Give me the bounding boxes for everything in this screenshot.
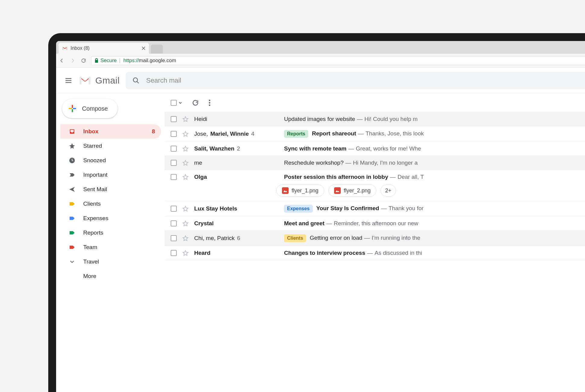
inbox-icon [69, 128, 75, 135]
more-icon[interactable] [209, 100, 210, 106]
nav-count: 8 [152, 128, 155, 135]
nav-travel[interactable]: Travel [60, 254, 161, 269]
nav-more[interactable]: More [60, 269, 161, 283]
nav-label-clients[interactable]: Clients [60, 197, 161, 211]
row-star-icon[interactable] [182, 145, 189, 152]
row-checkbox[interactable] [171, 131, 177, 137]
nav-snoozed[interactable]: Snoozed [60, 153, 161, 168]
search-input[interactable] [146, 77, 582, 84]
row-star-icon[interactable] [182, 131, 189, 137]
image-icon [282, 187, 289, 194]
forward-icon [70, 58, 75, 63]
svg-rect-1 [72, 105, 73, 108]
chevron-down-icon [179, 101, 182, 105]
row-subject: Changes to interview process—As discusse… [284, 250, 585, 256]
nav-important[interactable]: Important [60, 168, 161, 182]
row-star-icon[interactable] [182, 220, 189, 227]
mail-row[interactable]: Chi, me, Patrick6ClientsGetting error on… [165, 231, 585, 246]
select-all-checkbox[interactable] [171, 100, 182, 106]
tab-close-icon[interactable] [142, 46, 145, 50]
svg-point-0 [133, 78, 138, 82]
row-sender: Olga [194, 174, 279, 180]
mail-pane: HeidiUpdated images for website—Hi! Coul… [165, 93, 585, 392]
refresh-icon[interactable] [192, 99, 199, 106]
url-scheme: https:// [123, 58, 139, 63]
attachment-chip[interactable]: flyer_1.png [276, 185, 324, 197]
device-bezel: Inbox (8) [48, 33, 585, 392]
mail-row[interactable]: Lux Stay HotelsExpensesYour Stay Is Conf… [165, 201, 585, 217]
row-subject: ExpensesYour Stay Is Confirmed—Thank you… [284, 205, 585, 213]
row-checkbox[interactable] [171, 250, 177, 256]
row-subject: ReportsReport shareout—Thanks, Jose, thi… [284, 130, 585, 138]
nav-label-team[interactable]: Team [60, 240, 161, 254]
row-star-icon[interactable] [182, 205, 189, 212]
row-sender: Salit, Wanzhen2 [194, 145, 279, 152]
browser-tab[interactable]: Inbox (8) [58, 43, 149, 54]
row-sender: Chi, me, Patrick6 [194, 235, 279, 242]
row-star-icon[interactable] [182, 160, 189, 166]
lock-icon [94, 58, 99, 63]
category-tag[interactable]: Expenses [284, 205, 313, 213]
row-checkbox[interactable] [171, 146, 177, 152]
sidebar-nav: Inbox 8 Starred [60, 124, 161, 283]
mail-row[interactable]: meReschedule workshop?—Hi Mandy, I'm no … [165, 156, 585, 170]
row-sender: Crystal [194, 220, 279, 227]
row-sender: Lux Stay Hotels [194, 205, 279, 212]
mail-row[interactable]: Salit, Wanzhen2Sync with remote team—Gre… [165, 142, 585, 156]
category-tag[interactable]: Reports [284, 130, 308, 138]
back-icon[interactable] [59, 58, 65, 63]
attachment-chip[interactable]: flyer_2.png [328, 185, 376, 197]
row-subject: Reschedule workshop?—Hi Mandy, I'm no lo… [284, 160, 585, 166]
gmail-favicon-icon [62, 46, 68, 50]
mail-row[interactable]: Jose, Mariel, Winnie4ReportsReport share… [165, 126, 585, 142]
star-icon [69, 143, 75, 149]
attachment-overflow-chip[interactable]: 2+ [381, 185, 396, 197]
gmail-logo-icon [78, 75, 92, 86]
browser-tab-title: Inbox (8) [71, 46, 90, 51]
row-checkbox[interactable] [171, 174, 177, 180]
new-tab-button[interactable] [151, 45, 163, 54]
mail-toolbar [165, 93, 585, 112]
row-checkbox[interactable] [171, 160, 177, 166]
nav-label-reports[interactable]: Reports [60, 226, 161, 240]
plus-icon [68, 104, 77, 113]
reload-icon[interactable] [81, 58, 86, 63]
row-star-icon[interactable] [182, 116, 189, 122]
nav-label: More [83, 273, 96, 280]
row-star-icon[interactable] [182, 250, 189, 256]
row-sender: Jose, Mariel, Winnie4 [194, 131, 279, 137]
mail-row[interactable]: HeardChanges to interview process—As dis… [165, 246, 585, 260]
gmail-logo[interactable]: Gmail [78, 75, 120, 86]
gmail-logo-text: Gmail [95, 75, 120, 86]
app-header: Gmail [56, 68, 585, 93]
row-checkbox[interactable] [171, 220, 177, 226]
nav-starred[interactable]: Starred [60, 139, 161, 153]
nav-inbox[interactable]: Inbox 8 [60, 124, 161, 139]
nav-sent[interactable]: Sent Mail [60, 182, 161, 197]
image-icon [334, 187, 341, 194]
mail-list: HeidiUpdated images for website—Hi! Coul… [165, 112, 585, 260]
category-tag[interactable]: Clients [284, 234, 306, 242]
row-star-icon[interactable] [182, 235, 189, 242]
row-checkbox[interactable] [171, 235, 177, 241]
row-sender: me [194, 160, 279, 166]
mail-row[interactable]: OlgaPoster session this afternoon in lob… [165, 170, 585, 184]
mail-row[interactable]: HeidiUpdated images for website—Hi! Coul… [165, 112, 585, 126]
main-menu-icon[interactable] [65, 77, 72, 84]
compose-button[interactable]: Compose [62, 99, 118, 118]
nav-label: Expenses [83, 215, 108, 222]
nav-label: Starred [83, 143, 102, 149]
mail-row[interactable]: CrystalMeet and greet—Reminder, this aft… [165, 217, 585, 231]
search-bar[interactable] [126, 72, 585, 89]
nav-label-expenses[interactable]: Expenses [60, 211, 161, 226]
search-icon [132, 77, 140, 84]
url-field[interactable]: Secure | https://mail.google.com [91, 56, 585, 65]
browser-nav-controls [59, 58, 86, 63]
row-star-icon[interactable] [182, 174, 189, 180]
row-checkbox[interactable] [171, 116, 177, 122]
svg-rect-3 [69, 108, 72, 109]
row-checkbox[interactable] [171, 206, 177, 212]
sidebar: Compose Inbox 8 [56, 93, 165, 392]
row-sender: Heard [194, 250, 279, 256]
svg-point-6 [209, 100, 210, 101]
